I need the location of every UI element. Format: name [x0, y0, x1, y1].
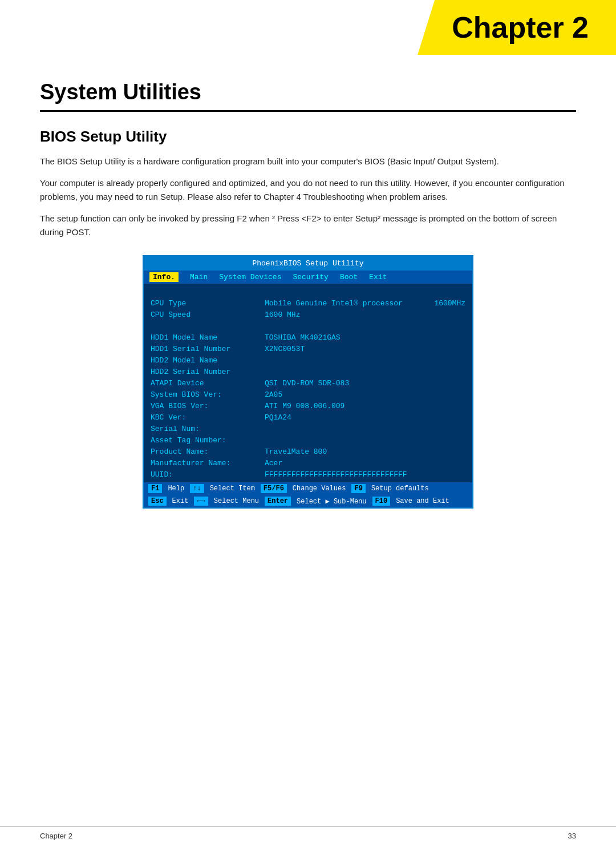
bios-label-product-name: Product Name: — [151, 447, 265, 456]
bios-screenshot: PhoenixBIOS Setup Utility Info. Main Sys… — [143, 255, 473, 509]
bios-key-label-select-item: Select Item — [210, 485, 255, 493]
page-title: System Utilities — [40, 80, 576, 104]
bios-key-label-help: Help — [168, 485, 184, 493]
bios-menu-main[interactable]: Main — [190, 273, 208, 281]
bios-key-leftright: ←→ — [194, 497, 208, 506]
bios-row-system-bios: System BIOS Ver: 2A05 — [144, 389, 472, 400]
bios-row-uuid: UUID: FFFFFFFFFFFFFFFFFFFFFFFFFFFFFFFF — [144, 469, 472, 480]
bios-value-hdd1-model: TOSHIBA MK4021GAS — [265, 333, 420, 342]
bios-row-asset-tag: Asset Tag Number: — [144, 434, 472, 446]
bios-value-uuid: FFFFFFFFFFFFFFFFFFFFFFFFFFFFFFFF — [265, 470, 420, 479]
bios-key-label-select-menu: Select Menu — [214, 497, 259, 505]
bios-value-kbc: PQ1A24 — [265, 413, 420, 422]
paragraph-3: The setup function can only be invoked b… — [40, 212, 576, 239]
bios-menu-exit[interactable]: Exit — [369, 273, 387, 281]
bios-key-label-change-values: Change Values — [293, 485, 346, 493]
bios-label-hdd1-serial: HDD1 Serial Number — [151, 345, 265, 353]
bios-row-kbc: KBC Ver: PQ1A24 — [144, 412, 472, 423]
bios-footer: F1 Help ↑↓ Select Item F5/F6 Change Valu… — [144, 482, 472, 507]
bios-table-area: CPU Type Mobile Genuine Intel® processor… — [144, 284, 472, 482]
bios-label-hdd2-model: HDD2 Model Name — [151, 356, 265, 365]
bios-label-asset-tag: Asset Tag Number: — [151, 436, 265, 445]
bios-title-bar: PhoenixBIOS Setup Utility — [144, 256, 472, 271]
bios-row-vga-bios: VGA BIOS Ver: ATI M9 008.006.009 — [144, 400, 472, 412]
bios-value-hdd1-serial: X2NC0053T — [265, 345, 420, 353]
bios-row-cpu-type: CPU Type Mobile Genuine Intel® processor… — [144, 297, 472, 309]
paragraph-1: The BIOS Setup Utility is a hardware con… — [40, 155, 576, 168]
bios-label-cpu-speed: CPU Speed — [151, 310, 265, 319]
bios-label-hdd2-serial: HDD2 Serial Number — [151, 368, 265, 376]
bios-label-atapi: ATAPI Device — [151, 379, 265, 388]
bios-value-cpu-type: Mobile Genuine Intel® processor — [265, 299, 420, 308]
bios-label-vga-bios: VGA BIOS Ver: — [151, 402, 265, 410]
bios-menu-bar: Info. Main System Devices Security Boot … — [144, 271, 472, 284]
bios-label-manufacturer: Manufacturer Name: — [151, 459, 265, 467]
bios-key-updown: ↑↓ — [190, 484, 204, 493]
bios-row-cpu-speed: CPU Speed 1600 MHz — [144, 309, 472, 320]
bios-menu-info[interactable]: Info. — [149, 272, 179, 282]
bios-value-system-bios: 2A05 — [265, 390, 420, 399]
bios-key-f10: F10 — [372, 497, 391, 506]
bios-menu-security[interactable]: Security — [293, 273, 328, 281]
bios-row-serial-num: Serial Num: — [144, 423, 472, 434]
bios-row-manufacturer: Manufacturer Name: Acer — [144, 457, 472, 469]
bios-key-label-save-exit: Save and Exit — [396, 497, 449, 505]
chapter-number: 2 — [572, 11, 589, 44]
chapter-banner: Chapter 2 — [418, 0, 616, 55]
bios-footer-row-2: Esc Exit ←→ Select Menu Enter Select ▶ S… — [144, 495, 472, 507]
bios-label-uuid: UUID: — [151, 470, 265, 479]
paragraph-2: Your computer is already properly config… — [40, 176, 576, 204]
page-footer: Chapter 2 33 — [0, 826, 616, 840]
bios-label-system-bios: System BIOS Ver: — [151, 390, 265, 399]
bios-key-label-exit: Exit — [172, 497, 189, 505]
bios-row-atapi: ATAPI Device QSI DVD-ROM SDR-083 — [144, 377, 472, 389]
chapter-label: Chapter — [452, 11, 564, 44]
bios-key-label-select-submenu: Select ▶ Sub-Menu — [297, 497, 366, 506]
bios-menu-system-devices[interactable]: System Devices — [219, 273, 281, 281]
bios-row-sep0 — [144, 286, 472, 297]
bios-row-hdd1-serial: HDD1 Serial Number X2NC0053T — [144, 343, 472, 354]
bios-label-kbc: KBC Ver: — [151, 413, 265, 422]
bios-key-esc: Esc — [148, 497, 167, 506]
footer-chapter: Chapter 2 — [40, 832, 72, 840]
bios-right-cpu-type: 1600MHz — [420, 299, 465, 308]
bios-value-cpu-speed: 1600 MHz — [265, 310, 420, 319]
bios-row-hdd2-serial: HDD2 Serial Number — [144, 366, 472, 377]
bios-row-sep1 — [144, 320, 472, 332]
bios-value-product-name: TravelMate 800 — [265, 447, 420, 456]
bios-label-serial-num: Serial Num: — [151, 425, 265, 433]
bios-key-f5f6: F5/F6 — [261, 484, 287, 493]
bios-row-hdd2-model: HDD2 Model Name — [144, 354, 472, 366]
bios-row-product-name: Product Name: TravelMate 800 — [144, 446, 472, 457]
bios-value-atapi: QSI DVD-ROM SDR-083 — [265, 379, 420, 388]
bios-value-vga-bios: ATI M9 008.006.009 — [265, 402, 420, 410]
bios-key-f9: F9 — [351, 484, 365, 493]
bios-row-hdd1-model: HDD1 Model Name TOSHIBA MK4021GAS — [144, 332, 472, 343]
footer-page-number: 33 — [568, 832, 576, 840]
bios-menu-boot[interactable]: Boot — [340, 273, 358, 281]
bios-key-label-setup-defaults: Setup defaults — [371, 485, 429, 493]
title-rule — [40, 110, 576, 112]
bios-label-cpu-type: CPU Type — [151, 299, 265, 308]
bios-value-manufacturer: Acer — [265, 459, 420, 467]
section-title: BIOS Setup Utility — [40, 128, 576, 146]
bios-footer-row-1: F1 Help ↑↓ Select Item F5/F6 Change Valu… — [144, 482, 472, 495]
bios-key-f1: F1 — [148, 484, 162, 493]
bios-key-enter: Enter — [265, 497, 291, 506]
bios-label-hdd1-model: HDD1 Model Name — [151, 333, 265, 342]
